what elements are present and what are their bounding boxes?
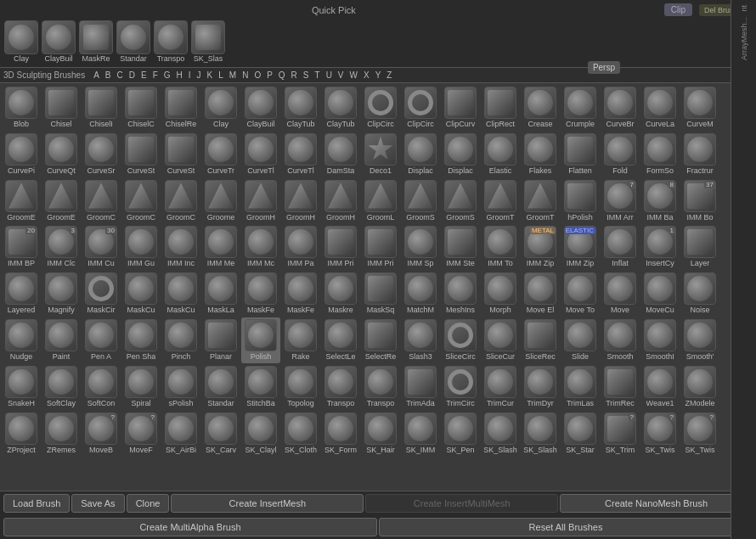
alpha-btn-x[interactable]: X: [361, 70, 372, 81]
brush-item[interactable]: ?MoveB: [82, 411, 121, 457]
brush-item[interactable]: CurveM: [680, 85, 719, 131]
quick-pick-brush-item[interactable]: SK_Slas: [190, 20, 226, 64]
brush-item[interactable]: CurveSr: [82, 132, 121, 177]
brush-item[interactable]: GroomS: [441, 178, 480, 224]
brush-item[interactable]: SelectRe: [361, 317, 400, 363]
brush-item[interactable]: Paint: [42, 317, 81, 363]
brush-item[interactable]: ClipRect: [481, 85, 520, 131]
brush-item[interactable]: IMM Pri: [361, 224, 400, 270]
brush-item[interactable]: DamSta: [321, 132, 360, 177]
brush-item[interactable]: Clay: [201, 85, 240, 131]
brush-item[interactable]: Chisel: [42, 85, 81, 131]
brush-item[interactable]: GroomS: [401, 178, 440, 224]
brush-item[interactable]: GroomT: [481, 178, 520, 224]
brush-item[interactable]: GroomC: [82, 178, 121, 224]
brush-item[interactable]: 7IMM Arr: [601, 178, 640, 224]
brush-item[interactable]: SmoothI: [640, 317, 680, 363]
brush-item[interactable]: 20IMM BP: [2, 224, 41, 270]
brush-item[interactable]: TrimRec: [601, 364, 640, 410]
alpha-btn-f[interactable]: F: [150, 70, 161, 81]
persp-button[interactable]: Persp: [588, 61, 620, 74]
brush-item[interactable]: 30IMM Cu: [82, 224, 121, 270]
brush-item[interactable]: ZRemes: [42, 411, 81, 457]
alpha-btn-w[interactable]: W: [347, 70, 360, 81]
brush-item[interactable]: Maskre: [321, 271, 360, 317]
brush-item[interactable]: TrimDyr: [521, 364, 560, 410]
brush-item[interactable]: SK_AirBi: [161, 411, 200, 457]
brush-item[interactable]: IMM Pa: [281, 224, 320, 270]
brush-item[interactable]: SK_Hair: [361, 411, 400, 457]
brush-item[interactable]: IMM Ste: [441, 224, 480, 270]
brush-item[interactable]: Layered: [2, 271, 41, 317]
alpha-btn-a[interactable]: A: [91, 70, 102, 81]
brush-item[interactable]: CurveLa: [640, 85, 680, 131]
alpha-btn-l[interactable]: L: [216, 70, 226, 81]
brush-item[interactable]: GroomE: [42, 178, 81, 224]
brush-item[interactable]: GroomC: [161, 178, 200, 224]
brush-item[interactable]: Pinch: [161, 317, 200, 363]
brush-item[interactable]: Transpo: [321, 364, 360, 410]
alpha-btn-y[interactable]: Y: [373, 70, 384, 81]
brush-item[interactable]: ClayTub: [321, 85, 360, 131]
brush-item[interactable]: Nudge: [2, 317, 41, 363]
alpha-btn-i[interactable]: I: [186, 70, 194, 81]
brush-item[interactable]: SK_Form: [321, 411, 360, 457]
alpha-btn-t[interactable]: T: [313, 70, 323, 81]
alpha-btn-v[interactable]: V: [336, 70, 347, 81]
quick-pick-brush-item[interactable]: Standar: [116, 20, 151, 64]
toolbar-button[interactable]: Save As: [71, 494, 124, 513]
brush-item[interactable]: ChiselI: [82, 85, 121, 131]
brush-item[interactable]: CurveQt: [42, 132, 81, 177]
brush-item[interactable]: MaskFe: [281, 271, 320, 317]
alpha-btn-e[interactable]: E: [138, 70, 150, 81]
brush-item[interactable]: sPolish: [161, 364, 200, 410]
brush-item[interactable]: MaskCu: [161, 271, 200, 317]
brush-item[interactable]: METALIMM Zip: [521, 224, 560, 270]
brush-item[interactable]: IMM Gu: [121, 224, 161, 270]
brush-item[interactable]: SoftClay: [42, 364, 81, 410]
quick-pick-brush-item[interactable]: Transpo: [153, 20, 189, 64]
brush-item[interactable]: Inflat: [601, 224, 640, 270]
brush-item[interactable]: MatchM: [401, 271, 440, 317]
alpha-btn-c[interactable]: C: [115, 70, 126, 81]
brush-item[interactable]: Standar: [201, 364, 240, 410]
brush-item[interactable]: Layer: [680, 224, 719, 270]
clip-button[interactable]: Clip: [664, 3, 692, 16]
alpha-btn-p[interactable]: P: [264, 70, 275, 81]
brush-item[interactable]: MaskSq: [361, 271, 400, 317]
alpha-btn-b[interactable]: B: [103, 70, 114, 81]
brush-item[interactable]: SoftCon: [82, 364, 121, 410]
brush-item[interactable]: Move To: [561, 271, 600, 317]
brush-item[interactable]: StitchBa: [241, 364, 280, 410]
brush-item[interactable]: ZProject: [2, 411, 41, 457]
brush-item[interactable]: 3IMM Clc: [42, 224, 81, 270]
brush-item[interactable]: Topolog: [281, 364, 320, 410]
brush-item[interactable]: Flatten: [561, 132, 600, 177]
brush-item[interactable]: GroomH: [281, 178, 320, 224]
brush-item[interactable]: 1InsertCy: [640, 224, 680, 270]
brush-item[interactable]: Blob: [2, 85, 41, 131]
brush-item[interactable]: Move: [601, 271, 640, 317]
brush-item[interactable]: Crumple: [561, 85, 600, 131]
brush-item[interactable]: GroomL: [361, 178, 400, 224]
brush-item[interactable]: GroomE: [2, 178, 41, 224]
brush-item[interactable]: ?SK_Twis: [680, 411, 719, 457]
brush-item[interactable]: ClipCurv: [441, 85, 480, 131]
brush-item[interactable]: GroomC: [121, 178, 161, 224]
brush-item[interactable]: Displac: [441, 132, 480, 177]
brush-item[interactable]: 8IMM Ba: [640, 178, 680, 224]
brush-item[interactable]: IMM Mc: [241, 224, 280, 270]
toolbar-button[interactable]: Clone: [127, 494, 170, 513]
brush-item[interactable]: ClayTub: [281, 85, 320, 131]
brush-item[interactable]: Fractrur: [680, 132, 719, 177]
brush-item[interactable]: ChiselC: [121, 85, 161, 131]
brush-item[interactable]: SliceCur: [481, 317, 520, 363]
quick-pick-brush-item[interactable]: MaskRe: [78, 20, 114, 64]
brush-item[interactable]: Displac: [401, 132, 440, 177]
brush-item[interactable]: Smooth: [601, 317, 640, 363]
brush-item[interactable]: Crease: [521, 85, 560, 131]
alpha-btn-m[interactable]: M: [227, 70, 239, 81]
brush-item[interactable]: SK_Clayl: [241, 411, 280, 457]
brush-item[interactable]: IMM Inc: [161, 224, 200, 270]
brush-item[interactable]: SK_Star: [561, 411, 600, 457]
